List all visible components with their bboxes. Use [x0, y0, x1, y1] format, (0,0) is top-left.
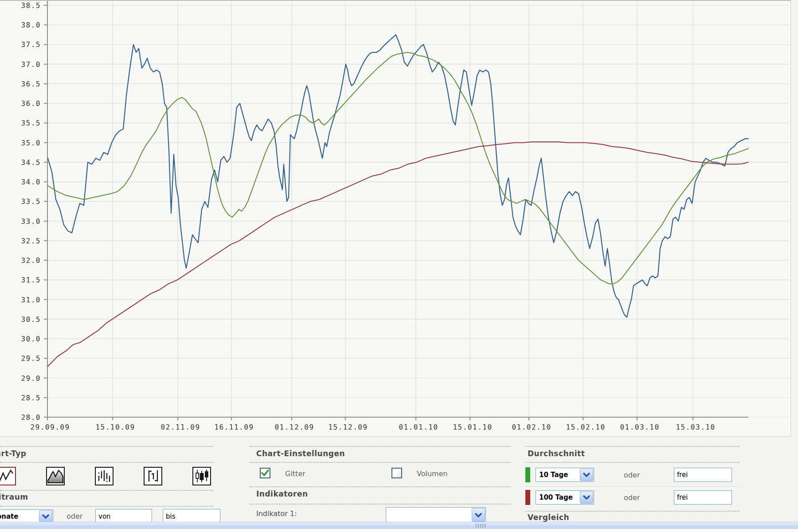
svg-text:32.5: 32.5	[21, 237, 41, 245]
chart-einstellungen-heading: Chart-Einstellungen	[256, 449, 345, 458]
ma10-frei-input[interactable]	[674, 468, 732, 482]
chart-type-line-icon[interactable]	[0, 467, 16, 485]
svg-text:32.0: 32.0	[21, 256, 41, 265]
zeitraum-heading: Zeitraum	[0, 493, 28, 501]
svg-text:31.0: 31.0	[21, 296, 41, 304]
ma100-select[interactable]: 100 Tage	[536, 490, 594, 505]
svg-text:16.11.09: 16.11.09	[214, 423, 254, 431]
divider	[525, 446, 739, 447]
chart-type-ohlc-icon[interactable]	[144, 467, 162, 485]
svg-text:01.02.10: 01.02.10	[512, 423, 551, 431]
horizontal-scrollbar[interactable]	[0, 522, 798, 529]
indikator1-label: Indikator 1:	[256, 509, 297, 518]
oder-label: oder	[624, 471, 640, 479]
oder-label: oder	[624, 493, 640, 502]
divider	[0, 462, 213, 463]
divider	[525, 511, 739, 512]
ma10-select[interactable]: 10 Tage	[536, 468, 594, 482]
durchschnitt-heading: Durchschnitt	[528, 449, 585, 458]
chart-type-candlestick-icon[interactable]	[192, 467, 211, 485]
svg-text:31.5: 31.5	[21, 276, 41, 284]
oder-label: oder	[66, 512, 82, 520]
svg-text:28.0: 28.0	[21, 413, 41, 422]
svg-text:01.03.10: 01.03.10	[620, 423, 659, 431]
svg-text:28.5: 28.5	[21, 394, 41, 402]
divider	[0, 446, 213, 447]
svg-text:15.01.10: 15.01.10	[453, 423, 492, 431]
svg-text:33.0: 33.0	[21, 217, 41, 226]
gitter-label: Gitter	[285, 469, 305, 478]
chart-typ-heading: Chart-Typ	[0, 449, 26, 458]
indikatoren-heading: Indikatoren	[256, 489, 308, 498]
divider	[0, 490, 213, 491]
divider	[250, 446, 511, 447]
svg-text:29.0: 29.0	[21, 374, 41, 383]
volumen-label: Volumen	[417, 469, 448, 478]
divider	[525, 486, 739, 487]
chart-type-mountain-icon[interactable]	[46, 467, 65, 485]
svg-text:34.5: 34.5	[21, 158, 41, 167]
page-bottom-strip	[0, 529, 798, 532]
svg-text:33.5: 33.5	[21, 197, 41, 206]
svg-text:34.0: 34.0	[21, 178, 41, 186]
svg-text:30.5: 30.5	[21, 315, 41, 324]
svg-text:36.0: 36.0	[21, 99, 41, 108]
svg-text:15.02.10: 15.02.10	[566, 423, 605, 431]
scrollbar-grip-icon[interactable]	[476, 524, 485, 528]
svg-text:37.0: 37.0	[21, 60, 41, 69]
volumen-checkbox[interactable]	[391, 468, 402, 478]
svg-text:02.11.09: 02.11.09	[160, 423, 200, 431]
chevron-down-icon	[472, 508, 485, 522]
divider	[250, 486, 511, 487]
divider	[250, 504, 511, 505]
svg-text:29.5: 29.5	[21, 354, 41, 363]
svg-text:35.0: 35.0	[21, 139, 41, 147]
ma100-frei-input[interactable]	[674, 490, 732, 505]
svg-text:38.0: 38.0	[21, 21, 41, 29]
divider	[525, 462, 739, 463]
svg-text:36.5: 36.5	[21, 80, 41, 88]
vergleich-heading: Vergleich	[528, 513, 569, 522]
price-chart: 28.028.529.029.530.030.531.031.532.032.5…	[0, 1, 790, 435]
chart-panel: 28.028.529.029.530.030.531.031.532.032.5…	[0, 0, 791, 437]
svg-text:35.5: 35.5	[21, 119, 41, 127]
chevron-down-icon	[580, 491, 593, 504]
divider	[250, 462, 511, 463]
svg-text:15.12.09: 15.12.09	[328, 423, 368, 431]
svg-text:37.5: 37.5	[21, 40, 41, 49]
checkmark-icon	[261, 469, 269, 477]
svg-text:01.12.09: 01.12.09	[274, 423, 314, 431]
svg-text:01.01.10: 01.01.10	[399, 423, 438, 431]
svg-text:29.09.09: 29.09.09	[30, 423, 70, 431]
svg-text:15.03.10: 15.03.10	[676, 423, 715, 431]
chevron-down-icon	[580, 469, 593, 481]
chart-controls: Chart-Typ	[0, 436, 798, 522]
divider	[0, 506, 213, 507]
ma10-color-swatch	[525, 467, 530, 482]
svg-text:15.10.09: 15.10.09	[95, 423, 135, 431]
chart-type-bar-icon[interactable]	[95, 467, 113, 485]
gitter-checkbox[interactable]	[260, 468, 270, 478]
svg-text:38.5: 38.5	[21, 1, 41, 10]
chevron-down-icon	[39, 510, 52, 522]
indikator1-select[interactable]	[386, 507, 486, 523]
monate-select[interactable]: Monate	[0, 509, 53, 523]
svg-text:30.0: 30.0	[21, 335, 41, 343]
ma100-color-swatch	[525, 490, 530, 505]
